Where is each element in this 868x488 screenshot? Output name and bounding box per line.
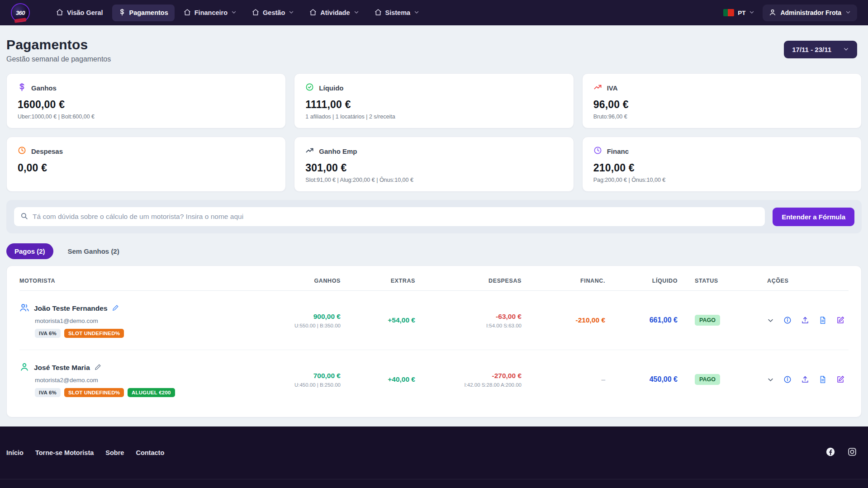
stat-card-ganhos: Ganhos 1600,00 € Uber:1000,00 € | Bolt:6… <box>6 73 286 128</box>
extras-value: +40,00 € <box>341 375 415 384</box>
main-nav: Visão Geral Pagamentos Financeiro Gestão… <box>50 5 719 21</box>
language-selector[interactable]: PT <box>723 9 754 16</box>
stat-value: 210,00 € <box>593 162 850 174</box>
ganhos-detail: U:550.00 | B:350.00 <box>246 323 341 328</box>
status-tabs: Pagos (2) Sem Ganhos (2) <box>6 243 862 259</box>
aluguel-badge: ALUGUEL €200 <box>128 388 175 397</box>
extras-value: +54,00 € <box>341 316 415 324</box>
despesas-detail: I:54.00 S:63.00 <box>415 323 522 328</box>
slot-badge: SLOT UNDEFINED% <box>64 329 124 338</box>
tab-sem-ganhos[interactable]: Sem Ganhos (2) <box>60 243 128 259</box>
nav-item-financeiro[interactable]: Financeiro <box>177 5 243 21</box>
page-footer: Início Torne-se Motorista Sobre Contacto… <box>0 426 868 488</box>
document-icon[interactable] <box>819 375 827 384</box>
footer-link-contacto[interactable]: Contacto <box>136 449 164 456</box>
expand-row-icon[interactable] <box>767 376 774 383</box>
logo-stamp <box>14 18 27 23</box>
stat-card-liquido: Líquido 1111,00 € 1 afiliados | 1 locatá… <box>294 73 574 128</box>
table-row: José Teste Maria motorista2@demo.com IVA… <box>19 350 849 409</box>
status-badge: PAGO <box>695 315 720 326</box>
iva-badge: IVA 6% <box>35 329 61 338</box>
upload-icon[interactable] <box>801 316 809 324</box>
chevron-down-icon <box>414 9 419 16</box>
home-icon <box>309 9 317 17</box>
footer-link-sobre[interactable]: Sobre <box>105 449 124 456</box>
despesas-value: -63,00 € <box>415 313 522 321</box>
col-liquido: LÍQUIDO <box>605 278 678 284</box>
despesas-value: -270,00 € <box>415 372 522 380</box>
formula-search-panel: Entender a Fórmula <box>6 200 862 233</box>
entender-formula-button[interactable]: Entender a Fórmula <box>773 208 854 226</box>
footer-links: Início Torne-se Motorista Sobre Contacto <box>6 449 164 456</box>
stat-label: Ganho Emp <box>319 147 357 155</box>
nav-label: Financeiro <box>194 9 228 16</box>
chevron-down-icon <box>231 9 237 16</box>
status-badge: PAGO <box>695 374 720 385</box>
dollar-icon <box>18 83 26 93</box>
trending-up-icon <box>593 83 602 93</box>
home-icon <box>252 9 259 17</box>
liquido-value: 661,00 € <box>605 316 678 324</box>
info-icon[interactable] <box>783 375 792 384</box>
stats-grid: Ganhos 1600,00 € Uber:1000,00 € | Bolt:6… <box>0 63 868 192</box>
stat-detail: Bruto:96,00 € <box>593 114 850 120</box>
financ-value: -210,00 € <box>522 316 605 324</box>
ganhos-detail: U:450.00 | B:250.00 <box>246 382 341 388</box>
row-actions <box>750 316 849 324</box>
week-range-label: 17/11 - 23/11 <box>792 46 831 53</box>
stat-value: 1111,00 € <box>305 99 562 111</box>
chevron-down-icon <box>749 9 754 16</box>
info-icon[interactable] <box>783 316 792 324</box>
nav-item-atividade[interactable]: Atividade <box>303 5 365 21</box>
nav-item-visao-geral[interactable]: Visão Geral <box>50 5 109 21</box>
footer-link-torne-se-motorista[interactable]: Torne-se Motorista <box>35 449 94 456</box>
chevron-down-icon <box>354 9 359 16</box>
document-icon[interactable] <box>819 316 827 324</box>
driver-search-input[interactable] <box>33 213 759 221</box>
despesas-detail: I:42.00 S:28.00 A:200.00 <box>415 382 522 388</box>
nav-item-sistema[interactable]: Sistema <box>368 5 426 21</box>
liquido-value: 450,00 € <box>605 375 678 384</box>
driver-email: motorista1@demo.com <box>35 317 246 324</box>
edit-driver-icon[interactable] <box>112 304 119 313</box>
financ-value: – <box>522 375 605 384</box>
col-despesas: DESPESAS <box>415 278 522 284</box>
driver-email: motorista2@demo.com <box>35 377 246 384</box>
edit-icon[interactable] <box>836 316 844 324</box>
nav-item-gestao[interactable]: Gestão <box>246 5 300 21</box>
instagram-icon[interactable] <box>847 447 857 459</box>
tab-pagos[interactable]: Pagos (2) <box>6 243 53 259</box>
user-icon <box>769 9 776 17</box>
stat-value: 96,00 € <box>593 99 850 111</box>
footer-strip: © 2025 Demonstração Frota360. NIPC: 1234… <box>0 479 868 488</box>
table-header-row: MOTORISTA GANHOS EXTRAS DESPESAS FINANC.… <box>19 270 849 291</box>
footer-link-inicio[interactable]: Início <box>6 449 24 456</box>
ganhos-value: 700,00 € <box>246 372 341 380</box>
user-menu[interactable]: Administrador Frota <box>763 5 857 21</box>
app-logo[interactable]: 360 <box>11 3 30 22</box>
page-title: Pagamentos <box>6 37 857 52</box>
week-range-dropdown[interactable]: 17/11 - 23/11 <box>784 41 857 58</box>
nav-label: Pagamentos <box>129 9 168 16</box>
edit-icon[interactable] <box>836 375 844 384</box>
search-box[interactable] <box>14 207 765 227</box>
page-header: Pagamentos Gestão semanal de pagamentos … <box>0 25 868 63</box>
stat-detail: 1 afiliados | 1 locatários | 2 s/receita <box>305 114 562 120</box>
expand-row-icon[interactable] <box>767 317 774 324</box>
clock-icon <box>18 146 26 156</box>
nav-item-pagamentos[interactable]: Pagamentos <box>112 5 175 21</box>
upload-icon[interactable] <box>801 375 809 384</box>
stat-card-despesas: Despesas 0,00 € <box>6 137 286 192</box>
facebook-icon[interactable] <box>825 447 835 459</box>
navbar-right: PT Administrador Frota <box>723 5 857 21</box>
row-actions <box>750 375 849 384</box>
driver-name: João Teste Fernandes <box>34 304 108 313</box>
stat-value: 301,00 € <box>305 162 562 174</box>
trending-up-icon <box>305 146 314 156</box>
nav-label: Gestão <box>263 9 285 16</box>
stat-value: 0,00 € <box>18 162 275 174</box>
col-ganhos: GANHOS <box>246 278 341 284</box>
driver-name: José Teste Maria <box>34 364 90 372</box>
edit-driver-icon[interactable] <box>95 364 101 372</box>
col-acoes: AÇÕES <box>750 278 849 284</box>
